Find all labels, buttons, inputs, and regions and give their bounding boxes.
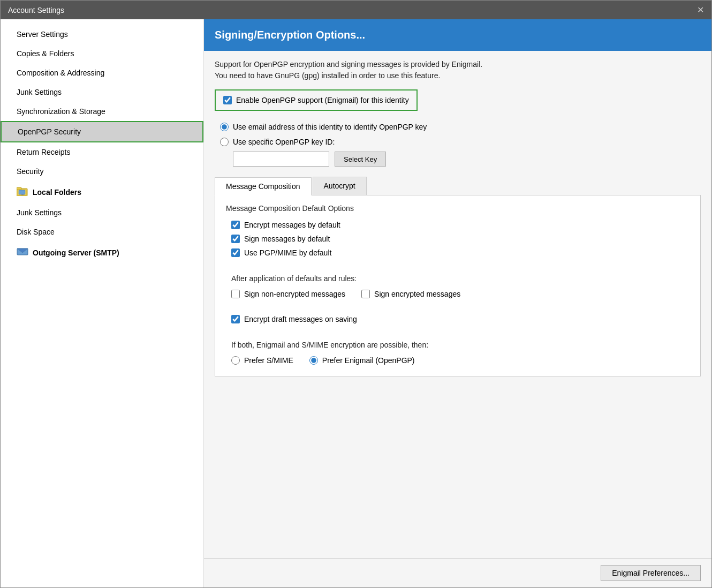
encrypt-draft-label: Encrypt draft messages on saving bbox=[244, 315, 357, 323]
divider3 bbox=[226, 331, 690, 332]
section-header: Signing/Encryption Options... bbox=[204, 19, 711, 51]
description-text: Support for OpenPGP encryption and signi… bbox=[215, 59, 701, 81]
radio-use-specific[interactable] bbox=[220, 138, 229, 146]
sidebar-item-openpgp-security[interactable]: OpenPGP Security bbox=[1, 121, 203, 142]
main-panel: Signing/Encryption Options... Support fo… bbox=[204, 19, 711, 587]
sidebar-item-return-receipts[interactable]: Return Receipts bbox=[1, 142, 203, 162]
prefer-enigmail-row: Prefer Enigmail (OpenPGP) bbox=[309, 356, 415, 365]
pgpmime-default-label: Use PGP/MIME by default bbox=[244, 248, 331, 257]
radio-use-email[interactable] bbox=[220, 123, 229, 131]
sidebar-item-composition-addressing[interactable]: Composition & Addressing bbox=[1, 63, 203, 82]
sign-non-encrypted-label: Sign non-encrypted messages bbox=[244, 290, 345, 298]
close-button[interactable]: ✕ bbox=[697, 5, 704, 15]
sidebar: Server Settings Copies & Folders Composi… bbox=[1, 19, 204, 587]
prefer-smime-row: Prefer S/MIME bbox=[231, 356, 293, 365]
sign-encrypted-checkbox[interactable] bbox=[361, 290, 370, 298]
titlebar: Account Settings ✕ bbox=[1, 1, 711, 19]
tab-autocrypt[interactable]: Autocrypt bbox=[313, 177, 367, 195]
sign-encrypted-label: Sign encrypted messages bbox=[374, 290, 460, 298]
tab-bar: Message Composition Autocrypt bbox=[215, 177, 701, 195]
tab-content-message-composition: Message Composition Default Options Encr… bbox=[215, 195, 701, 376]
sign-default-checkbox[interactable] bbox=[231, 235, 240, 243]
divider1 bbox=[226, 265, 690, 266]
sidebar-item-junk-settings[interactable]: Junk Settings bbox=[1, 82, 203, 102]
enigmail-preferences-button[interactable]: Enigmail Preferences... bbox=[601, 565, 701, 581]
radio-use-email-row: Use email address of this identity to id… bbox=[215, 119, 701, 134]
local-folders-icon bbox=[17, 186, 28, 198]
pgpmime-default-checkbox[interactable] bbox=[231, 248, 240, 257]
enable-openpgp-box: Enable OpenPGP support (Enigmail) for th… bbox=[215, 89, 418, 111]
prefer-smime-label: Prefer S/MIME bbox=[244, 356, 293, 365]
encrypt-default-checkbox[interactable] bbox=[231, 221, 240, 229]
prefer-enigmail-radio[interactable] bbox=[309, 356, 318, 365]
account-settings-window: Account Settings ✕ Server Settings Copie… bbox=[0, 0, 712, 588]
if-both-label: If both, Enigmail and S/MIME encryption … bbox=[231, 341, 690, 349]
sign-default-row: Sign messages by default bbox=[226, 232, 690, 246]
radio-group-key-identify: Use email address of this identity to id… bbox=[215, 119, 701, 169]
sidebar-item-security[interactable]: Security bbox=[1, 162, 203, 181]
sign-default-label: Sign messages by default bbox=[244, 235, 330, 243]
local-folders-label: Local Folders bbox=[33, 188, 81, 197]
sign-encrypted-row: Sign encrypted messages bbox=[361, 290, 460, 298]
enable-openpgp-text: Enable OpenPGP support (Enigmail) for th… bbox=[236, 96, 409, 104]
prefer-radio-row: Prefer S/MIME Prefer Enigmail (OpenPGP) bbox=[226, 353, 690, 367]
encrypt-draft-checkbox[interactable] bbox=[231, 315, 240, 323]
prefer-enigmail-label: Prefer Enigmail (OpenPGP) bbox=[322, 356, 415, 365]
smtp-icon bbox=[17, 247, 28, 258]
select-key-button[interactable]: Select Key bbox=[335, 152, 386, 167]
pgpmime-default-row: Use PGP/MIME by default bbox=[226, 246, 690, 260]
svg-rect-4 bbox=[21, 194, 24, 195]
sidebar-item-sync-storage[interactable]: Synchronization & Storage bbox=[1, 102, 203, 121]
outgoing-smtp-label: Outgoing Server (SMTP) bbox=[33, 248, 119, 257]
content-area: Server Settings Copies & Folders Composi… bbox=[1, 19, 711, 587]
enable-openpgp-checkbox[interactable] bbox=[223, 96, 232, 104]
sidebar-item-disk-space[interactable]: Disk Space bbox=[1, 222, 203, 242]
after-defaults-label: After application of defaults and rules: bbox=[231, 274, 690, 283]
inline-checkboxes-row: Sign non-encrypted messages Sign encrypt… bbox=[226, 287, 690, 301]
svg-rect-3 bbox=[19, 190, 25, 194]
radio-use-email-label: Use email address of this identity to id… bbox=[233, 123, 427, 131]
encrypt-default-label: Encrypt messages by default bbox=[244, 221, 340, 229]
svg-rect-1 bbox=[17, 187, 21, 190]
radio-use-specific-row: Use specific OpenPGP key ID: bbox=[215, 134, 701, 149]
sidebar-item-outgoing-smtp[interactable]: Outgoing Server (SMTP) bbox=[1, 242, 203, 263]
tab-message-composition[interactable]: Message Composition bbox=[215, 177, 312, 195]
sign-non-encrypted-row: Sign non-encrypted messages bbox=[231, 290, 345, 298]
composition-section-title: Message Composition Default Options bbox=[226, 204, 690, 213]
key-id-row: Select Key bbox=[215, 149, 701, 169]
key-id-input[interactable] bbox=[233, 152, 329, 167]
prefer-smime-radio[interactable] bbox=[231, 356, 240, 365]
sidebar-item-server-settings[interactable]: Server Settings bbox=[1, 25, 203, 44]
description-line1: Support for OpenPGP encryption and signi… bbox=[215, 60, 482, 69]
sidebar-item-local-folders[interactable]: Local Folders bbox=[1, 181, 203, 203]
bottom-bar: Enigmail Preferences... bbox=[204, 558, 711, 587]
sidebar-item-copies-folders[interactable]: Copies & Folders bbox=[1, 44, 203, 63]
window-title: Account Settings bbox=[8, 6, 64, 14]
encrypt-draft-row: Encrypt draft messages on saving bbox=[226, 312, 690, 326]
divider2 bbox=[226, 306, 690, 307]
radio-use-specific-label: Use specific OpenPGP key ID: bbox=[233, 138, 335, 146]
enable-openpgp-label[interactable]: Enable OpenPGP support (Enigmail) for th… bbox=[223, 96, 409, 104]
description-line2: You need to have GnuPG (gpg) installed i… bbox=[215, 71, 440, 80]
sidebar-item-junk-settings-local[interactable]: Junk Settings bbox=[1, 203, 203, 222]
encrypt-default-row: Encrypt messages by default bbox=[226, 218, 690, 232]
sign-non-encrypted-checkbox[interactable] bbox=[231, 290, 240, 298]
main-content: Support for OpenPGP encryption and signi… bbox=[204, 51, 711, 558]
